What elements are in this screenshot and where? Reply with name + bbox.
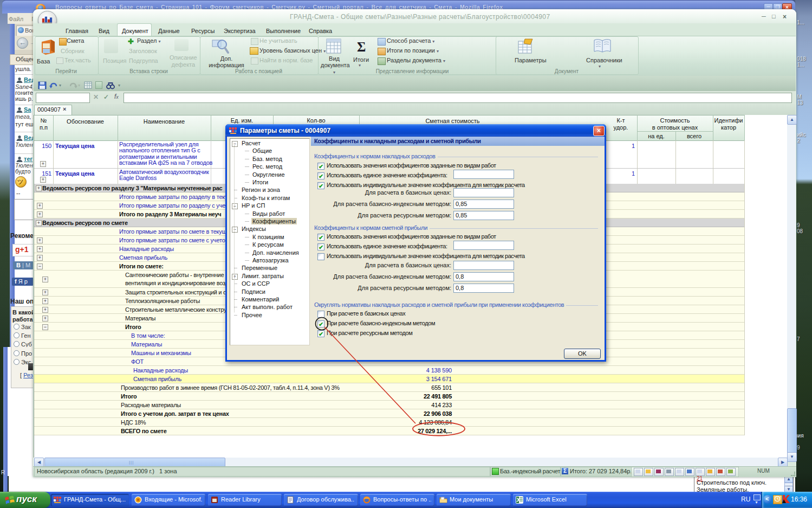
svg-text:X: X — [517, 497, 521, 503]
